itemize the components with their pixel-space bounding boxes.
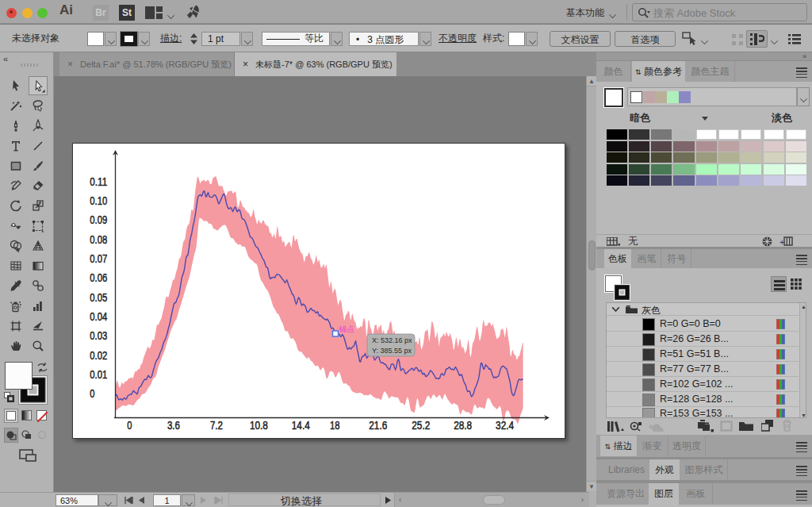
svg-text:3.6: 3.6 [167,419,180,432]
svg-text:X: 532.16 px: X: 532.16 px [372,336,412,344]
svg-text:18: 18 [330,419,340,432]
svg-text:0.09: 0.09 [90,213,107,226]
svg-text:0.06: 0.06 [90,271,107,284]
svg-text:7.2: 7.2 [210,419,223,432]
svg-text:0.01: 0.01 [90,368,107,381]
svg-text:0: 0 [90,387,94,400]
svg-text:0.02: 0.02 [90,349,107,362]
svg-text:28.8: 28.8 [454,419,472,432]
svg-text:32.4: 32.4 [496,419,514,432]
svg-text:0.03: 0.03 [90,329,107,342]
svg-text:0.07: 0.07 [90,252,107,265]
svg-text:21.6: 21.6 [369,419,387,432]
svg-text:0.04: 0.04 [90,310,107,323]
svg-text:0.05: 0.05 [90,291,107,304]
svg-text:25.2: 25.2 [412,419,430,432]
svg-text:锚点: 锚点 [339,325,354,333]
svg-text:0: 0 [127,419,132,432]
svg-text:0.10: 0.10 [90,194,107,207]
svg-text:10.8: 10.8 [250,419,268,432]
svg-text:Y: 385.55 px: Y: 385.55 px [372,347,412,355]
svg-text:14.4: 14.4 [292,419,310,432]
svg-text:0.11: 0.11 [90,175,107,188]
svg-text:0.08: 0.08 [90,233,107,246]
